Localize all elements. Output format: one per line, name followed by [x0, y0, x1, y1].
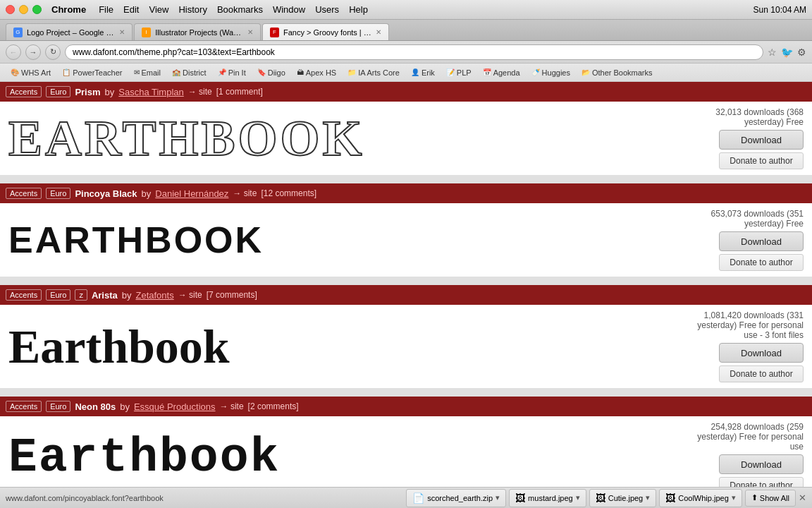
download-file-icon-1: 📄 — [412, 492, 424, 504]
download-button-pincoya[interactable]: Download — [719, 231, 804, 251]
tab-close-1[interactable]: ✕ — [119, 28, 125, 36]
donate-button-neon80s[interactable]: Donate to author — [719, 477, 804, 487]
bookmark-agenda[interactable]: 📅 Agenda — [478, 66, 525, 80]
extensions-icon[interactable]: ⚙ — [797, 47, 806, 58]
divider-1 — [0, 175, 812, 183]
tag-accents-3[interactable]: Accents — [6, 289, 42, 301]
font-render-neon80s: Earthbook — [8, 434, 691, 482]
menu-window[interactable]: Window — [273, 4, 305, 15]
traffic-lights — [6, 5, 42, 14]
bookmark-powerteacher[interactable]: 📋 PowerTeacher — [57, 66, 127, 80]
font-author-prism[interactable]: Sascha Timplan — [118, 87, 184, 97]
menu-view[interactable]: View — [149, 4, 168, 15]
font-actions-prism: 32,013 downloads (368 yesterday) Free Do… — [691, 107, 804, 169]
tab-dafont[interactable]: F Fancy > Groovy fonts | da... ✕ — [262, 23, 389, 40]
close-window-button[interactable] — [6, 5, 15, 14]
tab-close-3[interactable]: ✕ — [376, 28, 381, 36]
show-all-label: Show All — [760, 494, 789, 502]
download-item-1[interactable]: 📄 scorched_earth.zip ▾ — [406, 489, 506, 507]
bookmark-apex[interactable]: 🏔 Apex HS — [292, 66, 341, 80]
bookmarks-bar: 🎨 WHS Art 📋 PowerTeacher ✉ Email 🏫 Distr… — [0, 64, 812, 82]
download-button-arista[interactable]: Download — [719, 343, 804, 363]
tag-euro-3[interactable]: Euro — [46, 289, 70, 301]
donate-button-arista[interactable]: Donate to author — [719, 365, 804, 382]
maximize-window-button[interactable] — [32, 5, 42, 14]
font-name-pincoya[interactable]: Pincoya Black — [75, 188, 137, 199]
download-item-2[interactable]: 🖼 mustard.jpeg ▾ — [509, 489, 586, 507]
bookmark-ia-arts[interactable]: 📁 IA Arts Core — [343, 66, 405, 80]
reload-button[interactable]: ↻ — [45, 44, 61, 60]
bookmark-star-icon[interactable]: ☆ — [768, 47, 777, 58]
font-comments-prism[interactable]: [1 comment] — [216, 87, 263, 97]
download-button-prism[interactable]: Download — [719, 130, 804, 150]
tag-accents-2[interactable]: Accents — [6, 188, 42, 199]
font-comments-neon80s[interactable]: [2 comments] — [248, 401, 299, 411]
minimize-window-button[interactable] — [19, 5, 28, 14]
download-arrow-3[interactable]: ▾ — [646, 493, 650, 502]
font-preview-pincoya: EARTHBOOK 653,073 downloads (351 yesterd… — [0, 203, 812, 277]
download-file-icon-4: 🖼 — [665, 492, 675, 504]
font-name-neon80s[interactable]: Neon 80s — [75, 401, 116, 412]
close-downloads-bar-button[interactable]: ✕ — [799, 492, 806, 503]
download-arrow-2[interactable]: ▾ — [576, 493, 580, 502]
tab-illustrator[interactable]: I Illustrator Projects (Wash... ✕ — [134, 23, 261, 40]
font-downloads-arista: 1,081,420 downloads (331 yesterday) Free… — [691, 310, 804, 340]
font-site-neon80s[interactable]: → site — [220, 401, 244, 411]
bookmark-pinit[interactable]: 📌 Pin It — [213, 66, 251, 80]
bookmark-district[interactable]: 🏫 District — [167, 66, 211, 80]
tag-euro-4[interactable]: Euro — [46, 401, 70, 412]
bookmark-huggies[interactable]: 🍼 Huggies — [527, 66, 575, 80]
url-input[interactable] — [65, 44, 763, 60]
font-header-pincoya: Accents Euro Pincoya Black by Daniel Her… — [0, 183, 812, 203]
titlebar-right: Sun 10:04 AM — [753, 5, 806, 15]
by-label-2: by — [142, 188, 152, 199]
tag-z-3[interactable]: z — [75, 289, 87, 301]
tag-euro-1[interactable]: Euro — [46, 86, 70, 97]
font-name-arista[interactable]: Arista — [92, 290, 118, 301]
font-author-pincoya[interactable]: Daniel Hernández — [155, 188, 228, 199]
font-site-pincoya[interactable]: → site — [233, 188, 257, 198]
font-site-prism[interactable]: → site — [188, 87, 212, 97]
forward-button[interactable]: → — [25, 44, 41, 60]
menu-bookmarks[interactable]: Bookmarks — [217, 4, 263, 15]
font-preview-neon80s: Earthbook 254,928 downloads (259 yesterd… — [0, 416, 812, 487]
font-name-prism[interactable]: Prism — [75, 87, 100, 97]
tag-accents-1[interactable]: Accents — [6, 86, 42, 97]
bookmark-erik[interactable]: 👤 Erik — [406, 66, 440, 80]
menu-users[interactable]: Users — [315, 4, 339, 15]
menu-help[interactable]: Help — [349, 4, 368, 15]
menu-history[interactable]: History — [178, 4, 207, 15]
font-site-arista[interactable]: → site — [178, 290, 202, 300]
download-arrow-4[interactable]: ▾ — [732, 493, 736, 502]
font-comments-pincoya[interactable]: [12 comments] — [261, 188, 316, 198]
download-item-4[interactable]: 🖼 CoolWhip.jpeg ▾ — [659, 489, 742, 507]
font-author-arista[interactable]: Zetafonts — [135, 290, 173, 301]
download-filename-1: scorched_earth.zip — [427, 494, 493, 502]
font-header-neon80s: Accents Euro Neon 80s by Essqué Producti… — [0, 397, 812, 416]
tag-euro-2[interactable]: Euro — [46, 188, 70, 199]
font-section-pincoya: Accents Euro Pincoya Black by Daniel Her… — [0, 183, 812, 277]
back-button[interactable]: ← — [6, 44, 21, 60]
bookmark-plp[interactable]: 📝 PLP — [441, 66, 476, 80]
donate-button-prism[interactable]: Donate to author — [719, 152, 804, 169]
bookmark-other[interactable]: 📂 Other Bookmarks — [577, 66, 658, 80]
tab-logo-project[interactable]: G Logo Project – Google Dri... ✕ — [6, 23, 133, 40]
twitter-icon[interactable]: 🐦 — [781, 47, 793, 58]
download-button-neon80s[interactable]: Download — [719, 454, 804, 474]
menu-edit[interactable]: Edit — [123, 4, 139, 15]
bookmark-whs-art[interactable]: 🎨 WHS Art — [6, 66, 56, 80]
font-render-prism: EARTHBOOK — [8, 113, 691, 164]
font-downloads-neon80s: 254,928 downloads (259 yesterday) Free f… — [691, 422, 804, 452]
tag-accents-4[interactable]: Accents — [6, 401, 42, 412]
show-all-downloads-button[interactable]: ⬆ Show All — [745, 490, 796, 507]
menu-file[interactable]: File — [99, 4, 113, 15]
bookmark-diigo[interactable]: 🔖 Diigo — [252, 66, 290, 80]
font-preview-text-prism: EARTHBOOK — [8, 113, 691, 164]
font-author-neon80s[interactable]: Essqué Productions — [134, 401, 216, 412]
download-item-3[interactable]: 🖼 Cutie.jpeg ▾ — [589, 489, 657, 507]
font-comments-arista[interactable]: [7 comments] — [207, 290, 257, 300]
tab-close-2[interactable]: ✕ — [247, 28, 253, 36]
download-arrow-1[interactable]: ▾ — [496, 493, 500, 502]
bookmark-email[interactable]: ✉ Email — [129, 66, 166, 80]
donate-button-pincoya[interactable]: Donate to author — [719, 254, 804, 271]
